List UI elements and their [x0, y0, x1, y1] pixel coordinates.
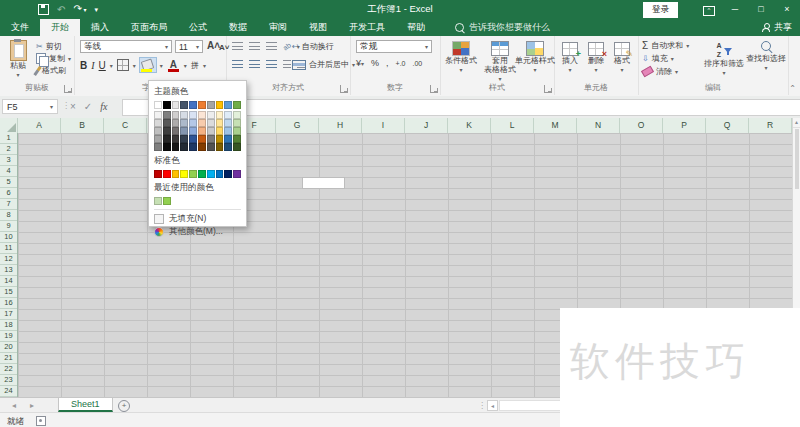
- row-header[interactable]: 13: [0, 265, 17, 276]
- color-swatch[interactable]: [189, 170, 197, 178]
- dialog-launcher-styles[interactable]: [544, 85, 552, 93]
- ribbon-display-options-button[interactable]: ^: [696, 0, 722, 19]
- color-swatch[interactable]: [198, 170, 206, 178]
- row-header[interactable]: 1: [0, 133, 17, 144]
- color-swatch[interactable]: [207, 111, 215, 119]
- orientation-icon[interactable]: ab: [282, 41, 292, 51]
- borders-icon[interactable]: [117, 59, 129, 71]
- font-name-select[interactable]: 等线▾: [80, 40, 172, 53]
- color-swatch[interactable]: [233, 170, 241, 178]
- fill-color-caret[interactable]: ▾: [160, 62, 163, 69]
- column-header[interactable]: R: [749, 118, 792, 133]
- color-swatch[interactable]: [233, 101, 241, 109]
- column-header[interactable]: B: [61, 118, 104, 133]
- row-header[interactable]: 7: [0, 199, 17, 210]
- align-top-icon[interactable]: [232, 42, 243, 50]
- clear-button[interactable]: 清除▾: [642, 66, 689, 77]
- color-swatch[interactable]: [224, 111, 232, 119]
- color-swatch[interactable]: [163, 197, 171, 205]
- tell-me-search[interactable]: 告诉我你想要做什么: [455, 19, 550, 36]
- row-header[interactable]: 5: [0, 177, 17, 188]
- decrease-indent-icon[interactable]: [283, 60, 291, 68]
- cancel-entry-icon[interactable]: ×: [70, 101, 76, 112]
- color-swatch[interactable]: [154, 111, 162, 119]
- next-sheet-icon[interactable]: ▸: [30, 401, 34, 410]
- color-swatch[interactable]: [233, 127, 241, 135]
- color-swatch[interactable]: [154, 170, 162, 178]
- align-left-icon[interactable]: [232, 60, 243, 68]
- row-header[interactable]: 19: [0, 331, 17, 342]
- color-swatch[interactable]: [180, 111, 188, 119]
- color-swatch[interactable]: [189, 127, 197, 135]
- row-header[interactable]: 20: [0, 342, 17, 353]
- color-swatch[interactable]: [198, 111, 206, 119]
- dialog-launcher-number[interactable]: [430, 85, 438, 93]
- color-swatch[interactable]: [224, 127, 232, 135]
- row-header[interactable]: 23: [0, 375, 17, 386]
- color-swatch[interactable]: [216, 111, 224, 119]
- color-swatch[interactable]: [216, 143, 224, 151]
- bold-button[interactable]: B: [80, 60, 87, 71]
- share-button[interactable]: 共享: [762, 19, 792, 36]
- ribbon-tab[interactable]: 插入: [80, 19, 120, 36]
- prev-sheet-icon[interactable]: ◂: [12, 401, 16, 410]
- vertical-scroll-thumb[interactable]: [795, 129, 799, 189]
- color-swatch[interactable]: [207, 119, 215, 127]
- row-header[interactable]: 2: [0, 144, 17, 155]
- column-header[interactable]: C: [104, 118, 147, 133]
- decrease-decimal-button[interactable]: .00: [413, 60, 423, 67]
- color-swatch[interactable]: [189, 143, 197, 151]
- color-swatch[interactable]: [198, 127, 206, 135]
- column-header[interactable]: N: [577, 118, 620, 133]
- color-swatch[interactable]: [189, 119, 197, 127]
- fill-button[interactable]: ⇩填充▾: [642, 53, 689, 64]
- sign-in-button[interactable]: 登录: [643, 2, 678, 18]
- sheet-tab-active[interactable]: Sheet1: [58, 398, 113, 412]
- row-header[interactable]: 14: [0, 276, 17, 287]
- color-swatch[interactable]: [163, 119, 171, 127]
- color-swatch[interactable]: [224, 135, 232, 143]
- color-swatch[interactable]: [216, 101, 224, 109]
- paste-button[interactable]: 粘贴 ▾: [4, 40, 32, 80]
- autosum-button[interactable]: Σ自动求和▾: [642, 40, 689, 51]
- color-swatch[interactable]: [154, 101, 162, 109]
- column-header[interactable]: P: [663, 118, 706, 133]
- color-swatch[interactable]: [207, 101, 215, 109]
- insert-function-icon[interactable]: fx: [100, 101, 107, 112]
- scroll-up-icon[interactable]: ▲: [793, 118, 800, 128]
- scroll-left-icon[interactable]: ◂: [487, 400, 498, 411]
- ribbon-tab[interactable]: 页面布局: [120, 19, 178, 36]
- collapse-ribbon-icon[interactable]: ⌃: [789, 84, 796, 93]
- paste-dropdown-caret[interactable]: ▾: [16, 71, 19, 80]
- color-swatch[interactable]: [163, 143, 171, 151]
- row-header[interactable]: 8: [0, 210, 17, 221]
- name-box[interactable]: F5▾: [2, 99, 58, 114]
- color-swatch[interactable]: [189, 135, 197, 143]
- align-bottom-icon[interactable]: [266, 42, 277, 50]
- font-size-select[interactable]: 11▾: [175, 40, 203, 53]
- row-header[interactable]: 24: [0, 386, 17, 397]
- column-header[interactable]: K: [448, 118, 491, 133]
- dialog-launcher-clipboard[interactable]: [64, 85, 72, 93]
- macro-record-icon[interactable]: [36, 416, 46, 426]
- row-header[interactable]: 10: [0, 232, 17, 243]
- column-header[interactable]: O: [620, 118, 663, 133]
- color-swatch[interactable]: [154, 143, 162, 151]
- ribbon-tab[interactable]: 开始: [40, 19, 80, 36]
- percent-style-button[interactable]: %: [371, 58, 379, 68]
- format-cells-button[interactable]: ✎ 格式▾: [610, 42, 634, 75]
- cell-styles-button[interactable]: 单元格样式▾: [518, 41, 552, 75]
- align-center-icon[interactable]: [249, 60, 260, 68]
- column-header[interactable]: G: [276, 118, 319, 133]
- minimize-button[interactable]: ─: [722, 0, 748, 19]
- color-swatch[interactable]: [172, 101, 180, 109]
- copy-button[interactable]: 复制▾: [36, 53, 71, 64]
- color-swatch[interactable]: [163, 170, 171, 178]
- color-swatch[interactable]: [224, 119, 232, 127]
- color-swatch[interactable]: [172, 111, 180, 119]
- color-swatch[interactable]: [216, 127, 224, 135]
- color-swatch[interactable]: [180, 170, 188, 178]
- comma-style-button[interactable]: ,: [386, 58, 389, 68]
- insert-cells-button[interactable]: + 插入▾: [558, 42, 582, 75]
- more-colors-item[interactable]: 其他颜色(M)...: [154, 225, 241, 238]
